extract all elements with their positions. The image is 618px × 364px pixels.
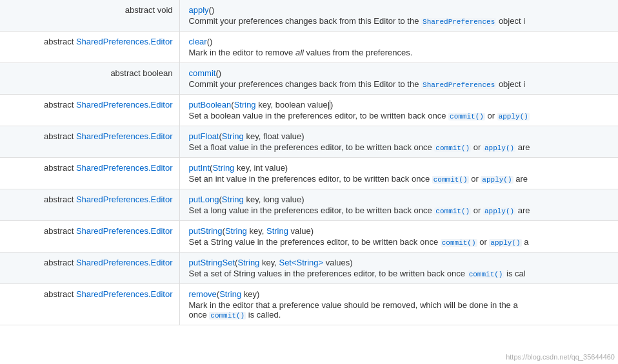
abstract-keyword: abstract	[44, 195, 76, 204]
abstract-keyword: abstract	[44, 100, 76, 110]
method-desc: Set a set of String values in the prefer…	[189, 269, 612, 278]
table-row: abstract SharedPreferences.Editor putLon…	[0, 189, 618, 221]
method-params: (String key, long value)	[219, 195, 304, 204]
table-row: abstract SharedPreferences.Editor putFlo…	[0, 126, 618, 158]
method-params: (String key, Set<String> values)	[235, 258, 353, 267]
method-cell: putFloat(String key, float value) Set a …	[179, 126, 618, 158]
method-name[interactable]: putInt	[189, 163, 210, 173]
watermark: https://blog.csdn.net/qq_35644460	[506, 353, 615, 361]
method-name[interactable]: putStringSet	[189, 258, 235, 267]
method-name[interactable]: apply	[189, 5, 209, 15]
method-cell: putBoolean(String key, boolean value|) S…	[179, 95, 618, 126]
return-type-cell: abstract SharedPreferences.Editor	[0, 126, 179, 158]
method-desc: Commit your preferences changes back fro…	[189, 16, 612, 26]
table-row: abstract SharedPreferences.Editor clear(…	[0, 32, 618, 63]
method-desc: Mark in the editor to remove all values …	[189, 48, 612, 57]
method-name[interactable]: remove	[189, 289, 217, 299]
method-params: ()	[207, 37, 213, 46]
table-row: abstract void apply() Commit your prefer…	[0, 0, 618, 32]
abstract-keyword: abstract	[44, 131, 76, 141]
method-params: (String key, int value)	[210, 163, 288, 173]
method-cell: putString(String key, String value) Set …	[179, 221, 618, 253]
return-type-cell: abstract SharedPreferences.Editor	[0, 189, 179, 221]
abstract-keyword: abstract	[44, 258, 76, 267]
return-type-link[interactable]: SharedPreferences.Editor	[76, 226, 173, 236]
method-cell: putStringSet(String key, Set<String> val…	[179, 253, 618, 284]
return-type-link[interactable]: SharedPreferences.Editor	[76, 163, 173, 173]
return-type-cell: abstract void	[0, 0, 179, 32]
method-cell: apply() Commit your preferences changes …	[179, 0, 618, 32]
method-params: ()	[209, 5, 215, 15]
return-type-link[interactable]: SharedPreferences.Editor	[76, 289, 173, 299]
method-name[interactable]: commit	[189, 68, 216, 78]
table-row: abstract boolean commit() Commit your pr…	[0, 63, 618, 95]
method-params: (String key, float value)	[219, 131, 304, 141]
abstract-keyword: abstract void	[125, 5, 173, 15]
return-type-link[interactable]: SharedPreferences.Editor	[76, 37, 173, 46]
table-row: abstract SharedPreferences.Editor remove…	[0, 284, 618, 325]
abstract-keyword: abstract	[44, 289, 76, 299]
method-name[interactable]: putBoolean	[189, 100, 232, 110]
method-desc: Set an int value in the preferences edit…	[189, 174, 612, 184]
method-cell: putInt(String key, int value) Set an int…	[179, 158, 618, 189]
abstract-keyword: abstract	[44, 226, 76, 236]
method-desc: Mark in the editor that a preference val…	[189, 300, 612, 320]
method-cell: commit() Commit your preferences changes…	[179, 63, 618, 95]
return-type-cell: abstract SharedPreferences.Editor	[0, 253, 179, 284]
method-desc: Set a String value in the preferences ed…	[189, 237, 612, 247]
method-desc: Set a float value in the preferences edi…	[189, 142, 612, 152]
return-type-cell: abstract SharedPreferences.Editor	[0, 95, 179, 126]
abstract-keyword: abstract boolean	[110, 68, 172, 78]
return-type-cell: abstract SharedPreferences.Editor	[0, 221, 179, 253]
method-params: (String key, boolean value|)	[231, 100, 333, 110]
method-desc: Set a boolean value in the preferences e…	[189, 111, 612, 120]
method-params: (String key, String value)	[223, 226, 314, 236]
method-params: (String key)	[217, 289, 259, 299]
return-type-cell: abstract SharedPreferences.Editor	[0, 158, 179, 189]
api-table: abstract void apply() Commit your prefer…	[0, 0, 618, 325]
table-row: abstract SharedPreferences.Editor putInt…	[0, 158, 618, 189]
return-type-link[interactable]: SharedPreferences.Editor	[76, 258, 173, 267]
method-cell: putLong(String key, long value) Set a lo…	[179, 189, 618, 221]
return-type-link[interactable]: SharedPreferences.Editor	[76, 100, 173, 110]
method-params: ()	[215, 68, 221, 78]
method-cell: remove(String key) Mark in the editor th…	[179, 284, 618, 325]
method-desc: Set a long value in the preferences edit…	[189, 206, 612, 215]
method-name[interactable]: putFloat	[189, 131, 219, 141]
return-type-cell: abstract boolean	[0, 63, 179, 95]
table-row: abstract SharedPreferences.Editor putStr…	[0, 253, 618, 284]
method-cell: clear() Mark in the editor to remove all…	[179, 32, 618, 63]
return-type-cell: abstract SharedPreferences.Editor	[0, 284, 179, 325]
abstract-keyword: abstract	[44, 163, 76, 173]
table-row: abstract SharedPreferences.Editor putBoo…	[0, 95, 618, 126]
method-name[interactable]: clear	[189, 37, 207, 46]
return-type-link[interactable]: SharedPreferences.Editor	[76, 195, 173, 204]
method-name[interactable]: putString	[189, 226, 223, 236]
method-desc: Commit your preferences changes back fro…	[189, 79, 612, 89]
method-name[interactable]: putLong	[189, 195, 219, 204]
table-row: abstract SharedPreferences.Editor putStr…	[0, 221, 618, 253]
return-type-cell: abstract SharedPreferences.Editor	[0, 32, 179, 63]
return-type-link[interactable]: SharedPreferences.Editor	[76, 131, 173, 141]
abstract-keyword: abstract	[44, 37, 76, 46]
